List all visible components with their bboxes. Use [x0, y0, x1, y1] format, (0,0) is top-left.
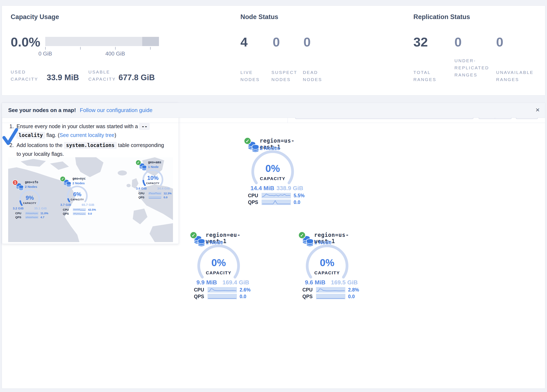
step-text: Add locations to the system.locations ta…	[17, 141, 169, 158]
node-status-title: Node Status	[240, 13, 278, 21]
locality-group-eu-west-1: ✓ region=eu-west-1 1 Node 0% CAPACITY 9.…	[185, 230, 253, 301]
cpu-sparkline	[149, 192, 161, 195]
cluster-summary-panel: Capacity Usage 0.0% 0 GiB 400 GiB USED C…	[2, 6, 545, 96]
capacity-percent: 0%	[250, 163, 296, 174]
popup-header: See your nodes on a map! Follow our conf…	[2, 103, 545, 118]
capacity-usage-title: Capacity Usage	[11, 13, 59, 21]
unavailable-ranges-count: 0	[496, 34, 503, 49]
capacity-caption: CAPACITY	[304, 270, 350, 275]
status-ok-icon: ✓	[136, 160, 141, 165]
qps-sparkline	[262, 199, 291, 205]
dead-nodes-label: DEAD NODES	[303, 69, 332, 83]
cpu-value: 11.0%	[41, 212, 48, 215]
qps-label: QPS	[194, 294, 204, 299]
capacity-tick	[150, 47, 150, 50]
capacity-caption: CAPACITY	[139, 182, 166, 185]
locality-group-us-east-1: ✓ region=us-east-1 2 Nodes 0% CAPACITY 1…	[239, 136, 307, 207]
suspect-nodes-count: 0	[273, 34, 280, 49]
used-capacity: 3.2 GiB	[13, 206, 24, 210]
step-text-part: Add locations to the	[17, 142, 64, 148]
cpu-label: CPU	[194, 287, 204, 293]
capacity-percent: 0%	[196, 257, 242, 268]
capacity-tick	[45, 47, 46, 50]
qps-value: 0.0	[294, 199, 300, 205]
status-error-badge: 1	[12, 180, 18, 185]
cpu-sparkline	[73, 208, 86, 211]
qps-label: QPS	[248, 199, 258, 205]
status-ok-icon: ✓	[298, 231, 306, 239]
capacity-caption: CAPACITY	[250, 176, 296, 181]
capacity-bar	[45, 37, 159, 46]
cpu-sparkline	[25, 212, 38, 215]
live-nodes-label: LIVE NODES	[240, 69, 270, 83]
node-map-panel: Node Map▾ Cluster 10m Past 10 Minutes No…	[2, 103, 545, 389]
locality-tree-link[interactable]: See current locality tree	[60, 132, 115, 138]
capacity-tick-label: 0 GiB	[38, 50, 52, 57]
cpu-label: CPU	[15, 212, 21, 215]
qps-value: 4.7	[41, 216, 44, 219]
used-capacity: 9.9 MiB	[196, 279, 217, 286]
qps-label: QPS	[15, 216, 21, 219]
step-text-part: )	[115, 132, 116, 138]
total-ranges-label: TOTAL RANGES	[413, 69, 447, 83]
code-chip: --	[139, 123, 150, 130]
used-capacity: 3.6 GiB	[136, 186, 147, 190]
config-steps: 1. Ensure every node in your cluster was…	[9, 122, 173, 159]
total-capacity: 65.7 GiB	[82, 203, 94, 206]
cpu-sparkline	[316, 287, 345, 293]
qps-value: 0.0	[88, 212, 92, 215]
step-text-part: flag. (	[45, 132, 60, 138]
mini-world-map: 1 geo=sfo 2 Nodes 9% CAPACITY	[8, 157, 173, 242]
cpu-value: 12.3%	[164, 192, 171, 195]
geo-title: geo=sfo	[25, 180, 38, 184]
replication-status-title: Replication Status	[413, 13, 470, 21]
step-done-check-icon	[2, 128, 18, 145]
qps-value: 0.0	[348, 294, 355, 299]
cpu-label: CPU	[248, 193, 258, 199]
qps-label: QPS	[302, 294, 313, 299]
cpu-value: 5.5%	[294, 193, 305, 199]
suspect-nodes-label: SUSPECT NODES	[271, 69, 305, 83]
node-map-config-popup: See your nodes on a map! Follow our conf…	[2, 103, 179, 244]
used-capacity-value: 33.9 MiB	[47, 73, 79, 82]
capacity-percent: 0.0%	[11, 34, 40, 49]
close-icon[interactable]: ×	[535, 106, 540, 114]
capacity-tick	[80, 47, 81, 50]
configuration-guide-link[interactable]: Follow our configuration guide	[80, 107, 152, 113]
capacity-tick	[115, 47, 116, 50]
capacity-percent: 6%	[64, 191, 91, 198]
total-capacity: 34.4 GiB	[157, 186, 170, 190]
total-capacity: 169.4 GiB	[222, 279, 249, 286]
qps-label: QPS	[138, 196, 144, 199]
step-text: Ensure every node in your cluster was st…	[17, 122, 169, 140]
code-chip: system.locations	[64, 142, 117, 149]
capacity-caption: CAPACITY	[16, 202, 43, 204]
cpu-sparkline	[207, 287, 237, 293]
total-ranges-count: 32	[413, 34, 428, 49]
used-capacity: 14.4 MiB	[250, 185, 274, 192]
cpu-value: 2.6%	[239, 287, 250, 293]
capacity-caption: CAPACITY	[196, 270, 242, 275]
cpu-label: CPU	[138, 192, 144, 195]
unavailable-ranges-label: UNAVAILABLE RANGES	[496, 69, 547, 83]
qps-sparkline	[207, 294, 237, 299]
cpu-label: CPU	[302, 287, 313, 293]
dead-nodes-count: 0	[303, 34, 311, 49]
live-nodes-count: 4	[240, 34, 247, 49]
capacity-percent: 10%	[139, 175, 166, 181]
config-step-1: 1. Ensure every node in your cluster was…	[9, 122, 173, 140]
code-chip: locality	[17, 132, 45, 139]
used-capacity-label: USED CAPACITY	[11, 69, 44, 83]
step-text-part: Ensure every node in your cluster was st…	[17, 123, 139, 129]
status-ok-icon: ✓	[190, 231, 197, 239]
status-ok-icon: ✓	[60, 176, 66, 182]
capacity-tick-label: 400 GiB	[105, 50, 125, 57]
qps-value: 0.0	[164, 196, 168, 199]
locality-group-us-west-1: ✓ region=us-west-1 1 Node 0% CAPACITY 9.…	[294, 230, 361, 301]
total-capacity: 35.1 GiB	[34, 206, 47, 210]
total-capacity: 169.5 GiB	[331, 279, 358, 286]
qps-sparkline	[73, 212, 86, 215]
capacity-percent: 0%	[304, 257, 350, 268]
qps-sparkline	[25, 216, 38, 219]
qps-label: QPS	[63, 212, 69, 215]
